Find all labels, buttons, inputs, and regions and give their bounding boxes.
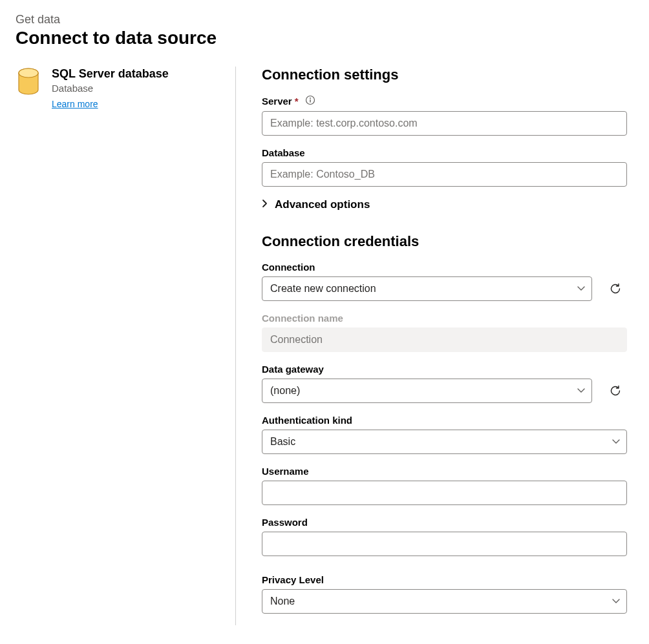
auth-kind-label: Authentication kind <box>262 415 627 426</box>
data-gateway-label-text: Data gateway <box>262 364 324 375</box>
source-title: SQL Server database <box>52 67 169 81</box>
server-label: Server * <box>262 95 627 107</box>
privacy-level-label: Privacy Level <box>262 574 627 585</box>
required-star: * <box>295 96 299 107</box>
password-label-text: Password <box>262 517 308 528</box>
connection-name-input <box>262 327 627 352</box>
auth-kind-label-text: Authentication kind <box>262 415 352 426</box>
privacy-level-label-text: Privacy Level <box>262 574 324 585</box>
server-input[interactable] <box>262 111 627 136</box>
username-label: Username <box>262 466 627 477</box>
refresh-connection-button[interactable] <box>604 277 627 300</box>
advanced-options-label: Advanced options <box>275 198 370 211</box>
auth-kind-select[interactable]: Basic <box>262 430 627 454</box>
advanced-options-expander[interactable]: Advanced options <box>262 198 627 211</box>
username-input[interactable] <box>262 481 627 505</box>
learn-more-link[interactable]: Learn more <box>52 99 98 109</box>
data-gateway-label: Data gateway <box>262 364 627 375</box>
privacy-level-select[interactable]: None <box>262 589 627 614</box>
auth-kind-select-value: Basic <box>270 436 295 448</box>
source-subtitle: Database <box>52 83 169 94</box>
database-icon <box>16 67 41 625</box>
server-label-text: Server <box>262 96 292 107</box>
data-gateway-select[interactable]: (none) <box>262 379 592 403</box>
database-label: Database <box>262 147 627 158</box>
refresh-gateway-button[interactable] <box>604 379 627 402</box>
database-input[interactable] <box>262 162 627 187</box>
page-title: Connect to data source <box>16 28 633 48</box>
connection-label-text: Connection <box>262 262 315 273</box>
connection-select-value: Create new connection <box>270 283 376 295</box>
chevron-right-icon <box>262 198 268 211</box>
svg-point-1 <box>19 68 38 78</box>
database-label-text: Database <box>262 147 305 158</box>
svg-rect-4 <box>310 99 310 103</box>
username-label-text: Username <box>262 466 309 477</box>
connection-settings-heading: Connection settings <box>262 67 627 83</box>
password-input[interactable] <box>262 532 627 556</box>
info-icon[interactable] <box>305 95 315 107</box>
connection-credentials-heading: Connection credentials <box>262 233 627 250</box>
privacy-level-select-value: None <box>270 596 295 607</box>
connection-select[interactable]: Create new connection <box>262 276 592 301</box>
connection-name-label: Connection name <box>262 313 627 324</box>
connection-label: Connection <box>262 262 627 273</box>
data-gateway-select-value: (none) <box>270 385 300 397</box>
password-label: Password <box>262 517 627 528</box>
breadcrumb: Get data <box>16 13 633 26</box>
connection-name-label-text: Connection name <box>262 313 343 324</box>
svg-point-3 <box>310 98 311 99</box>
